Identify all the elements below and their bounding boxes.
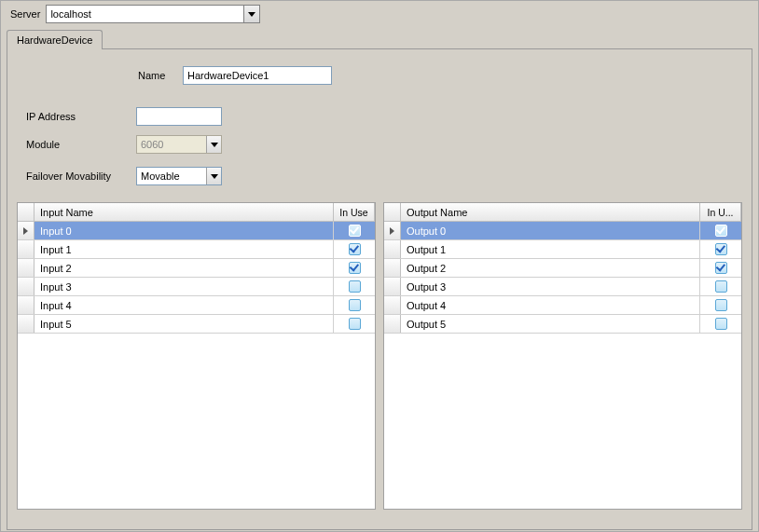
server-select-value: localhost [50,8,90,20]
row-header[interactable] [384,259,401,277]
output-inuse-cell[interactable] [700,296,741,314]
output-inuse-cell[interactable] [700,259,741,277]
output-name-cell[interactable]: Output 4 [401,296,700,314]
input-name-cell[interactable]: Input 4 [34,296,334,314]
table-row[interactable]: Input 0 [18,222,375,240]
input-name-cell[interactable]: Input 5 [34,315,334,333]
name-input[interactable]: HardwareDevice1 [183,66,332,85]
row-header[interactable] [384,278,401,295]
checkbox-icon[interactable] [349,280,361,293]
checkbox-icon[interactable] [715,262,727,274]
row-header[interactable] [18,240,34,258]
outputs-col-name[interactable]: Output Name [401,203,700,221]
tab-hardware-device[interactable]: HardwareDevice [7,30,103,49]
table-row[interactable]: Output 2 [384,259,741,278]
input-name-text: Input 5 [40,319,72,330]
row-header[interactable] [384,222,401,239]
module-select: 6060 [136,135,222,154]
failover-select-arrow[interactable] [206,168,221,184]
tab-body: Name HardwareDevice1 IP Address Module 6… [7,48,752,530]
table-row[interactable]: Output 1 [384,240,741,259]
output-name-cell[interactable]: Output 1 [401,240,700,258]
outputs-grid-body: Output 0Output 1Output 2Output 3Output 4… [384,222,741,509]
inputs-row-header-blank [18,203,34,221]
input-name-text: Input 1 [40,244,72,255]
module-select-value: 6060 [141,139,163,150]
failover-select-value: Movable [141,171,180,182]
inputs-col-inuse[interactable]: In Use [334,203,375,221]
output-inuse-cell[interactable] [700,222,741,239]
name-label: Name [138,70,183,81]
table-row[interactable]: Output 3 [384,278,741,296]
checkbox-icon[interactable] [715,318,727,330]
row-header[interactable] [384,296,401,314]
table-row[interactable]: Output 5 [384,315,741,334]
input-name-cell[interactable]: Input 2 [34,259,334,277]
table-row[interactable]: Output 0 [384,222,741,240]
inputs-grid-header: Input Name In Use [18,203,375,222]
output-name-text: Output 5 [407,319,446,330]
input-inuse-cell[interactable] [334,222,375,239]
inputs-grid-body: Input 0Input 1Input 2Input 3Input 4Input… [18,222,375,509]
server-select-arrow[interactable] [243,6,259,22]
form-area: Name HardwareDevice1 IP Address Module 6… [17,66,742,185]
row-header[interactable] [18,296,34,314]
checkbox-icon[interactable] [715,243,727,255]
input-name-cell[interactable]: Input 3 [34,278,334,295]
checkbox-icon[interactable] [349,243,361,255]
input-inuse-cell[interactable] [334,240,375,258]
input-name-text: Input 3 [40,281,72,293]
row-header[interactable] [18,222,34,239]
checkbox-icon[interactable] [715,299,727,311]
table-row[interactable]: Input 3 [18,278,375,296]
inputs-col-name[interactable]: Input Name [34,203,334,221]
outputs-col-inuse-label: In U... [707,207,733,218]
output-name-text: Output 3 [407,281,446,293]
server-select[interactable]: localhost [46,5,260,23]
input-name-cell[interactable]: Input 0 [34,222,334,239]
ip-input[interactable] [136,107,222,126]
checkbox-icon[interactable] [715,225,727,237]
input-inuse-cell[interactable] [334,296,375,314]
output-inuse-cell[interactable] [700,278,741,295]
row-header[interactable] [18,278,34,295]
checkbox-icon[interactable] [349,299,361,311]
input-inuse-cell[interactable] [334,259,375,277]
failover-select[interactable]: Movable [136,167,222,185]
checkbox-icon[interactable] [715,280,727,293]
row-name: Name HardwareDevice1 [138,66,742,85]
row-header[interactable] [384,240,401,258]
input-name-cell[interactable]: Input 1 [34,240,334,258]
outputs-col-name-label: Output Name [407,207,467,218]
module-label: Module [26,139,136,150]
row-header[interactable] [384,315,401,333]
row-indicator-icon [390,227,394,235]
table-row[interactable]: Input 2 [18,259,375,278]
row-header[interactable] [18,259,34,277]
table-row[interactable]: Output 4 [384,296,741,315]
input-inuse-cell[interactable] [334,278,375,295]
output-name-cell[interactable]: Output 2 [401,259,700,277]
output-inuse-cell[interactable] [700,315,741,333]
output-name-cell[interactable]: Output 0 [401,222,700,239]
checkbox-icon[interactable] [349,225,361,237]
row-ip: IP Address [26,107,742,126]
checkbox-icon[interactable] [349,318,361,330]
row-header[interactable] [18,315,34,333]
checkbox-icon[interactable] [349,262,361,274]
output-name-cell[interactable]: Output 5 [401,315,700,333]
output-name-cell[interactable]: Output 3 [401,278,700,295]
input-inuse-cell[interactable] [334,315,375,333]
ip-label: IP Address [26,111,136,122]
table-row[interactable]: Input 4 [18,296,375,315]
inputs-grid[interactable]: Input Name In Use Input 0Input 1Input 2I… [17,202,376,510]
table-row[interactable]: Input 5 [18,315,375,334]
chevron-down-icon [211,174,218,179]
row-module: Module 6060 [26,135,742,154]
outputs-grid[interactable]: Output Name In U... Output 0Output 1Outp… [383,202,742,510]
tabs: HardwareDevice [7,29,752,48]
output-inuse-cell[interactable] [700,240,741,258]
failover-label: Failover Movability [26,171,136,182]
outputs-col-inuse[interactable]: In U... [700,203,741,221]
table-row[interactable]: Input 1 [18,240,375,259]
